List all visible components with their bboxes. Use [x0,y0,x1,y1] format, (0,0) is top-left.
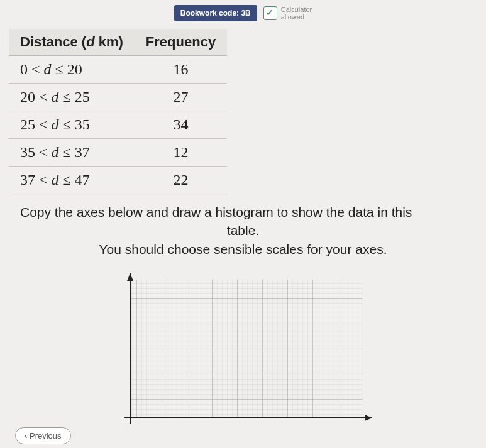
table-row: 20 < d ≤ 25 27 [9,84,227,111]
svg-marker-3 [127,273,133,281]
instruction-line-3: You should choose sensible scales for yo… [9,240,477,258]
frequency-table: Distance (d km) Frequency 0 < d ≤ 20 16 … [9,29,227,194]
table-row: 0 < d ≤ 20 16 [9,56,227,84]
table-row: 37 < d ≤ 47 22 [9,167,227,194]
table-header-distance: Distance (d km) [9,29,135,56]
instruction-line-1: Copy the axes below and draw a histogram… [9,203,477,221]
calc-label-1: Calculator [281,6,312,13]
table-row: 35 < d ≤ 37 12 [9,139,227,167]
table-header-frequency: Frequency [135,29,227,56]
previous-label: Previous [30,431,62,440]
svg-marker-5 [365,415,372,421]
chevron-left-icon: ‹ [25,431,27,440]
calculator-allowed-indicator: Calculator allowed [263,6,312,21]
table-row: 25 < d ≤ 35 34 [9,111,227,139]
blank-axes-grid [111,273,375,437]
instruction-text: Copy the axes below and draw a histogram… [9,200,477,270]
instruction-line-2: table. [9,221,477,239]
svg-rect-1 [130,280,363,418]
previous-button[interactable]: ‹ Previous [15,427,71,444]
calculator-icon [263,6,277,20]
calc-label-2: allowed [281,13,312,21]
bookwork-code-badge: Bookwork code: 3B [174,5,257,21]
